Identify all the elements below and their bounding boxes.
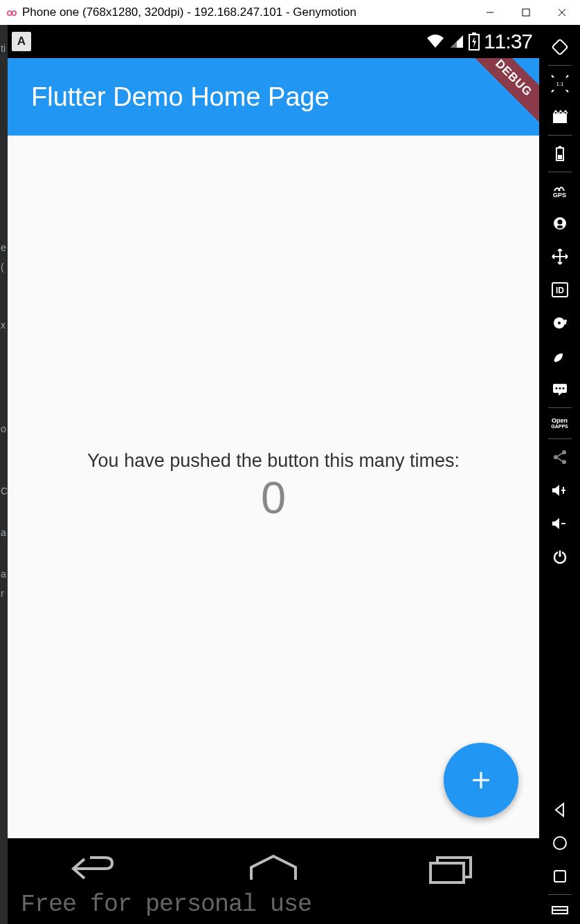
svg-point-24 — [555, 387, 557, 389]
svg-text:ID: ID — [556, 286, 564, 295]
svg-text:1:1: 1:1 — [556, 81, 564, 87]
svg-point-16 — [557, 220, 562, 225]
close-button[interactable] — [544, 0, 580, 25]
svg-line-31 — [557, 458, 563, 461]
app-body: You have pushed the button this many tim… — [8, 136, 539, 838]
more-button[interactable] — [546, 896, 574, 924]
move-button[interactable] — [546, 240, 574, 273]
window-title: Phone one (768x1280, 320dpi) - 192.168.2… — [22, 6, 472, 19]
svg-point-21 — [558, 322, 561, 324]
svg-line-30 — [557, 453, 563, 456]
app-title: Flutter Demo Home Page — [31, 82, 329, 112]
volume-down-button[interactable] — [546, 507, 574, 540]
svg-point-26 — [562, 387, 564, 389]
svg-rect-1 — [523, 9, 529, 16]
cell-signal-icon — [449, 34, 464, 49]
plus-icon — [469, 768, 493, 793]
nav-back-button[interactable] — [546, 793, 574, 826]
genymotion-toolbar: 1:1 GPS ID Open GAPPS — [539, 25, 580, 924]
svg-rect-8 — [431, 863, 464, 883]
identifier-button[interactable]: ID — [546, 273, 574, 306]
home-button[interactable] — [247, 853, 300, 887]
svg-point-25 — [559, 387, 561, 389]
counter-label: You have pushed the button this many tim… — [87, 450, 460, 472]
svg-point-36 — [554, 837, 566, 849]
nav-recents-button[interactable] — [546, 860, 574, 893]
svg-rect-9 — [552, 39, 568, 55]
power-button[interactable] — [546, 540, 574, 573]
svg-rect-17 — [557, 225, 563, 228]
app-bar: Flutter Demo Home Page DEBUG — [8, 58, 539, 136]
battery-charging-icon — [469, 33, 480, 50]
counter-value: 0 — [261, 472, 286, 524]
rotate-button[interactable] — [546, 30, 574, 64]
genymotion-icon: oo — [0, 0, 22, 25]
gps-label: GPS — [553, 192, 566, 198]
svg-rect-13 — [559, 146, 561, 148]
record-button[interactable] — [546, 100, 574, 133]
status-time: 11:37 — [484, 30, 532, 53]
volume-up-button[interactable] — [546, 474, 574, 507]
minimize-button[interactable] — [472, 0, 508, 25]
pixel-perfect-button[interactable]: 1:1 — [546, 67, 574, 100]
back-button[interactable] — [71, 853, 120, 887]
wifi-icon — [426, 34, 445, 49]
nav-home-button[interactable] — [546, 826, 574, 860]
watermark-text: Free for personal use — [21, 891, 311, 918]
recents-button[interactable] — [426, 853, 476, 887]
gps-button[interactable]: GPS — [546, 174, 574, 207]
android-status-bar[interactable]: A 11:37 — [8, 25, 539, 58]
share-button[interactable] — [546, 441, 574, 474]
network-button[interactable] — [546, 340, 574, 373]
open-gapps-button[interactable]: Open GAPPS — [546, 409, 574, 437]
sms-button[interactable] — [546, 373, 574, 406]
window-titlebar: oo Phone one (768x1280, 320dpi) - 192.16… — [0, 0, 580, 25]
svg-point-22 — [554, 359, 557, 362]
camera-button[interactable] — [546, 207, 574, 240]
battery-button[interactable] — [546, 137, 574, 170]
debug-ribbon: DEBUG — [462, 58, 539, 129]
emulator-screen: A 11:37 Flutter Demo Home Page DEBUG You… — [8, 25, 539, 924]
svg-rect-37 — [554, 871, 565, 882]
maximize-button[interactable] — [508, 0, 544, 25]
increment-fab-button[interactable] — [444, 743, 518, 817]
svg-rect-14 — [558, 155, 562, 159]
keyboard-indicator-icon: A — [12, 32, 31, 51]
svg-rect-11 — [553, 113, 567, 123]
svg-rect-5 — [472, 33, 476, 35]
disk-button[interactable] — [546, 306, 574, 340]
